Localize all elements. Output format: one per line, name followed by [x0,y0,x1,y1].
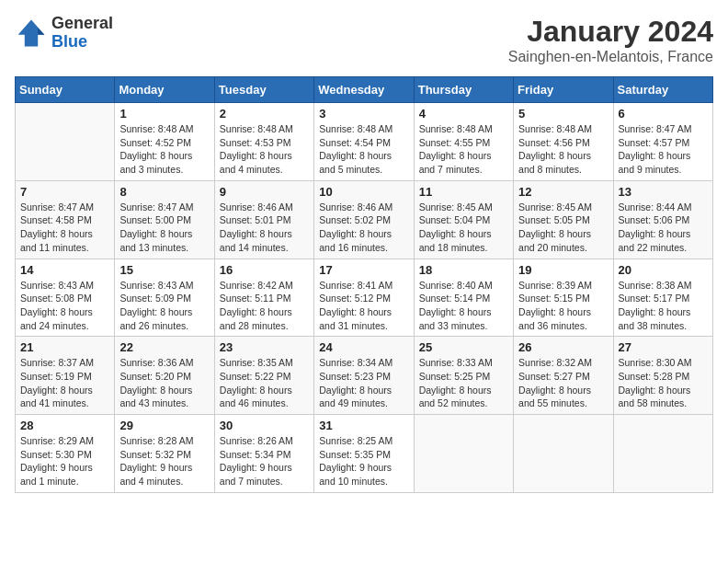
calendar-day-cell: 6Sunrise: 8:47 AM Sunset: 4:57 PM Daylig… [613,103,712,181]
calendar-day-cell: 15Sunrise: 8:43 AM Sunset: 5:09 PM Dayli… [115,259,214,337]
calendar-day-cell: 1Sunrise: 8:48 AM Sunset: 4:52 PM Daylig… [115,103,214,181]
calendar-week-row: 7Sunrise: 8:47 AM Sunset: 4:58 PM Daylig… [16,180,713,259]
calendar-table: SundayMondayTuesdayWednesdayThursdayFrid… [15,76,713,493]
day-number: 16 [220,263,309,277]
day-info: Sunrise: 8:44 AM Sunset: 5:06 PM Dayligh… [619,201,708,255]
calendar-day-cell [613,415,712,493]
calendar-day-cell: 13Sunrise: 8:44 AM Sunset: 5:06 PM Dayli… [613,180,712,259]
calendar-day-cell: 16Sunrise: 8:42 AM Sunset: 5:11 PM Dayli… [214,259,313,337]
calendar-day-cell: 18Sunrise: 8:40 AM Sunset: 5:14 PM Dayli… [414,259,513,337]
day-number: 21 [20,340,109,354]
calendar-day-cell: 23Sunrise: 8:35 AM Sunset: 5:22 PM Dayli… [214,337,313,415]
day-number: 7 [20,185,109,199]
day-info: Sunrise: 8:48 AM Sunset: 4:55 PM Dayligh… [419,122,508,177]
day-info: Sunrise: 8:35 AM Sunset: 5:22 PM Dayligh… [220,356,309,410]
day-info: Sunrise: 8:48 AM Sunset: 4:53 PM Dayligh… [220,122,309,177]
day-info: Sunrise: 8:36 AM Sunset: 5:20 PM Dayligh… [119,356,209,410]
day-info: Sunrise: 8:45 AM Sunset: 5:04 PM Dayligh… [419,201,508,255]
calendar-day-cell: 26Sunrise: 8:32 AM Sunset: 5:27 PM Dayli… [514,337,613,415]
logo-blue-text: Blue [51,33,113,52]
day-number: 6 [619,107,708,121]
calendar-day-cell: 20Sunrise: 8:38 AM Sunset: 5:17 PM Dayli… [613,259,712,337]
day-number: 1 [119,107,209,121]
day-number: 14 [20,263,109,277]
calendar-day-cell: 25Sunrise: 8:33 AM Sunset: 5:25 PM Dayli… [414,337,513,415]
day-info: Sunrise: 8:41 AM Sunset: 5:12 PM Dayligh… [319,279,408,333]
calendar-day-cell: 27Sunrise: 8:30 AM Sunset: 5:28 PM Dayli… [613,337,712,415]
day-number: 5 [518,107,608,121]
day-info: Sunrise: 8:48 AM Sunset: 4:54 PM Dayligh… [319,122,408,177]
day-number: 13 [619,185,708,199]
calendar-day-cell [414,415,513,493]
day-number: 18 [419,263,508,277]
day-of-week-header: Tuesday [214,77,313,103]
calendar-day-cell: 21Sunrise: 8:37 AM Sunset: 5:19 PM Dayli… [16,337,115,415]
logo: General Blue [15,15,113,52]
calendar-day-cell [16,103,115,181]
calendar-day-cell: 24Sunrise: 8:34 AM Sunset: 5:23 PM Dayli… [314,337,414,415]
calendar-day-cell: 12Sunrise: 8:45 AM Sunset: 5:05 PM Dayli… [514,180,613,259]
day-info: Sunrise: 8:43 AM Sunset: 5:08 PM Dayligh… [20,279,109,333]
calendar-day-cell: 4Sunrise: 8:48 AM Sunset: 4:55 PM Daylig… [414,103,513,181]
calendar-day-cell: 31Sunrise: 8:25 AM Sunset: 5:35 PM Dayli… [314,415,414,493]
logo-icon [15,17,48,50]
calendar-day-cell: 9Sunrise: 8:46 AM Sunset: 5:01 PM Daylig… [214,180,313,259]
calendar-day-cell: 22Sunrise: 8:36 AM Sunset: 5:20 PM Dayli… [115,337,214,415]
day-number: 9 [220,185,309,199]
day-info: Sunrise: 8:26 AM Sunset: 5:34 PM Dayligh… [220,434,309,488]
day-number: 17 [319,263,408,277]
day-number: 2 [220,107,309,121]
day-number: 11 [419,185,508,199]
day-number: 31 [319,419,408,432]
calendar-day-cell: 17Sunrise: 8:41 AM Sunset: 5:12 PM Dayli… [314,259,414,337]
day-of-week-header: Monday [115,77,214,103]
day-info: Sunrise: 8:29 AM Sunset: 5:30 PM Dayligh… [20,434,109,488]
day-number: 24 [319,340,408,354]
day-info: Sunrise: 8:32 AM Sunset: 5:27 PM Dayligh… [518,356,608,410]
day-info: Sunrise: 8:25 AM Sunset: 5:35 PM Dayligh… [319,434,408,488]
day-info: Sunrise: 8:30 AM Sunset: 5:28 PM Dayligh… [619,356,708,410]
day-info: Sunrise: 8:28 AM Sunset: 5:32 PM Dayligh… [119,434,209,488]
day-number: 30 [220,419,309,432]
calendar-header-row: SundayMondayTuesdayWednesdayThursdayFrid… [16,77,713,103]
day-number: 26 [518,340,608,354]
calendar-day-cell: 8Sunrise: 8:47 AM Sunset: 5:00 PM Daylig… [115,180,214,259]
day-info: Sunrise: 8:48 AM Sunset: 4:52 PM Dayligh… [119,122,209,177]
day-info: Sunrise: 8:47 AM Sunset: 4:57 PM Dayligh… [619,122,708,177]
day-number: 20 [619,263,708,277]
day-number: 8 [119,185,209,199]
calendar-day-cell: 3Sunrise: 8:48 AM Sunset: 4:54 PM Daylig… [314,103,414,181]
calendar-day-cell: 19Sunrise: 8:39 AM Sunset: 5:15 PM Dayli… [514,259,613,337]
calendar-subtitle: Sainghen-en-Melantois, France [508,49,713,65]
day-info: Sunrise: 8:39 AM Sunset: 5:15 PM Dayligh… [518,279,608,333]
day-number: 4 [419,107,508,121]
day-number: 23 [220,340,309,354]
day-of-week-header: Friday [514,77,613,103]
day-info: Sunrise: 8:40 AM Sunset: 5:14 PM Dayligh… [419,279,508,333]
calendar-day-cell: 5Sunrise: 8:48 AM Sunset: 4:56 PM Daylig… [514,103,613,181]
calendar-day-cell: 10Sunrise: 8:46 AM Sunset: 5:02 PM Dayli… [314,180,414,259]
calendar-day-cell: 30Sunrise: 8:26 AM Sunset: 5:34 PM Dayli… [214,415,313,493]
calendar-day-cell: 28Sunrise: 8:29 AM Sunset: 5:30 PM Dayli… [16,415,115,493]
day-number: 25 [419,340,508,354]
page-header: General Blue January 2024 Sainghen-en-Me… [15,15,713,65]
calendar-day-cell: 7Sunrise: 8:47 AM Sunset: 4:58 PM Daylig… [16,180,115,259]
day-number: 29 [119,419,209,432]
calendar-week-row: 14Sunrise: 8:43 AM Sunset: 5:08 PM Dayli… [16,259,713,337]
day-info: Sunrise: 8:46 AM Sunset: 5:01 PM Dayligh… [220,201,309,255]
calendar-week-row: 28Sunrise: 8:29 AM Sunset: 5:30 PM Dayli… [16,415,713,493]
day-info: Sunrise: 8:37 AM Sunset: 5:19 PM Dayligh… [20,356,109,410]
day-info: Sunrise: 8:34 AM Sunset: 5:23 PM Dayligh… [319,356,408,410]
day-of-week-header: Saturday [613,77,712,103]
day-number: 15 [119,263,209,277]
calendar-day-cell: 29Sunrise: 8:28 AM Sunset: 5:32 PM Dayli… [115,415,214,493]
day-number: 22 [119,340,209,354]
day-number: 3 [319,107,408,121]
calendar-title: January 2024 [508,15,713,49]
day-number: 19 [518,263,608,277]
calendar-day-cell: 2Sunrise: 8:48 AM Sunset: 4:53 PM Daylig… [214,103,313,181]
day-info: Sunrise: 8:45 AM Sunset: 5:05 PM Dayligh… [518,201,608,255]
day-info: Sunrise: 8:46 AM Sunset: 5:02 PM Dayligh… [319,201,408,255]
title-block: January 2024 Sainghen-en-Melantois, Fran… [508,15,713,65]
logo-general-text: General [51,15,113,33]
